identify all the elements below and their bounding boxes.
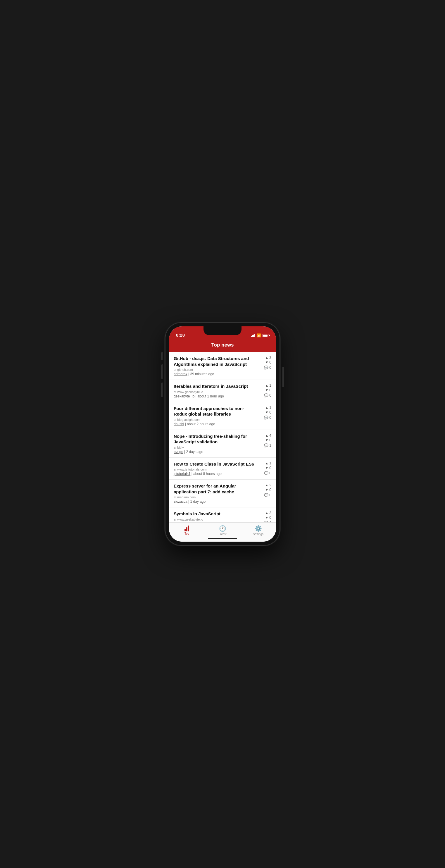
author-link[interactable]: admerox [174,372,187,376]
upvote-arrow: ▲ [265,383,268,388]
list-item[interactable]: Express server for an Angular applicatio… [169,479,276,507]
upvote-count: 3 [269,511,271,515]
downvote-arrow: ▼ [265,388,268,392]
comment-row[interactable]: 💬0 [264,493,271,497]
signal-icon [251,334,255,337]
tab-top[interactable]: Top [169,526,205,535]
author-link[interactable]: dai-shi [174,422,184,426]
comment-count: 0 [269,366,271,370]
news-votes: ▲1▼0💬0 [260,406,271,420]
downvote-row[interactable]: ▼0 [265,438,271,442]
upvote-count: 1 [269,383,271,388]
downvote-arrow: ▼ [265,466,268,470]
bar-chart-icon [185,526,189,531]
news-title: Symbols In JavaScript [174,511,257,517]
news-source: at bit.ly [174,446,257,449]
author-link[interactable]: bvego [174,450,183,454]
downvote-row[interactable]: ▼0 [265,360,271,364]
comment-count: 0 [269,415,271,420]
news-meta: ziozucca | 1 day ago [174,499,257,504]
tab-settings-label: Settings [253,532,263,536]
news-meta: bvego | 2 days ago [174,450,257,454]
downvote-count: 0 [269,466,271,470]
upvote-row[interactable]: ▲4 [265,433,271,437]
battery-icon [262,334,269,337]
news-list[interactable]: GitHub - dsa.js: Data Structures and Alg… [169,352,276,522]
news-votes: ▲1▼0💬0 [260,383,271,398]
comment-row[interactable]: 💬0 [264,393,271,398]
comment-icon: 💬 [264,366,268,370]
mute-button[interactable] [161,352,163,360]
comment-count: 0 [269,493,271,497]
upvote-row[interactable]: ▲1 [265,406,271,410]
upvote-arrow: ▲ [265,461,268,465]
upvote-arrow: ▲ [265,483,268,487]
news-meta: geekabyte_io | about 1 hour ago [174,394,257,398]
upvote-row[interactable]: ▲3 [265,511,271,515]
downvote-row[interactable]: ▼0 [265,488,271,492]
comment-row[interactable]: 💬0 [264,366,271,370]
comment-icon: 💬 [264,393,268,398]
downvote-row[interactable]: ▼0 [265,410,271,414]
news-title: GitHub - dsa.js: Data Structures and Alg… [174,355,257,367]
downvote-row[interactable]: ▼0 [265,388,271,392]
news-title: Nope - Introducing tree-shaking for Java… [174,433,257,445]
comment-icon: 💬 [264,443,268,447]
downvote-count: 0 [269,516,271,520]
downvote-arrow: ▼ [265,488,268,492]
downvote-count: 0 [269,410,271,414]
comment-row[interactable]: 💬0 [264,471,271,475]
list-item[interactable]: GitHub - dsa.js: Data Structures and Alg… [169,352,276,380]
news-source: at www.geekabyte.io [174,518,257,521]
volume-up-button[interactable] [161,364,163,379]
upvote-arrow: ▲ [265,406,268,410]
downvote-row[interactable]: ▼0 [265,516,271,520]
upvote-count: 2 [269,355,271,360]
page-title: Top news [211,342,233,348]
downvote-count: 0 [269,388,271,392]
clock-icon: 🕐 [219,525,226,532]
page-header: Top news [169,339,276,352]
power-button[interactable] [282,367,284,387]
news-title: Express server for an Angular applicatio… [174,483,257,495]
downvote-count: 0 [269,488,271,492]
downvote-arrow: ▼ [265,516,268,520]
tab-latest[interactable]: 🕐 Latest [205,525,240,536]
news-meta: jstutorials1 | about 8 hours ago [174,472,257,476]
news-votes: ▲2▼0💬0 [260,483,271,497]
upvote-count: 2 [269,483,271,487]
status-time: 8:28 [176,333,185,338]
upvote-row[interactable]: ▲1 [265,383,271,388]
comment-row[interactable]: 💬0 [264,415,271,420]
upvote-row[interactable]: ▲2 [265,483,271,487]
upvote-arrow: ▲ [265,511,268,515]
upvote-count: 1 [269,406,271,410]
status-icons: 📶 [251,333,269,338]
upvote-row[interactable]: ▲1 [265,461,271,465]
notch [203,327,242,335]
news-votes: ▲2▼0💬0 [260,355,271,370]
news-source: at www.js-tutorials.com [174,468,257,471]
tab-settings[interactable]: ⚙️ Settings [240,525,276,536]
news-source: at blog.axlight.com [174,418,257,422]
list-item[interactable]: How to Create Class in JavaScript ES6at … [169,458,276,480]
gear-icon: ⚙️ [255,525,262,532]
list-item[interactable]: Four different approaches to non-Redux g… [169,402,276,430]
comment-row[interactable]: 💬1 [264,443,271,447]
downvote-count: 0 [269,360,271,364]
upvote-arrow: ▲ [265,433,268,437]
volume-down-button[interactable] [161,382,163,397]
list-item[interactable]: Nope - Introducing tree-shaking for Java… [169,430,276,458]
downvote-arrow: ▼ [265,438,268,442]
author-link[interactable]: jstutorials1 [174,472,190,476]
list-item[interactable]: Symbols In JavaScriptat www.geekabyte.io… [169,507,276,522]
list-item[interactable]: Iterables and Iterators in JavaScriptat … [169,380,276,402]
author-link[interactable]: geekabyte_io [174,394,194,398]
news-meta: admerox | 39 minutes ago [174,372,257,376]
upvote-row[interactable]: ▲2 [265,355,271,360]
downvote-arrow: ▼ [265,410,268,414]
downvote-row[interactable]: ▼0 [265,466,271,470]
news-meta: dai-shi | about 2 hours ago [174,422,257,426]
author-link[interactable]: ziozucca [174,499,187,504]
news-votes: ▲4▼0💬1 [260,433,271,447]
